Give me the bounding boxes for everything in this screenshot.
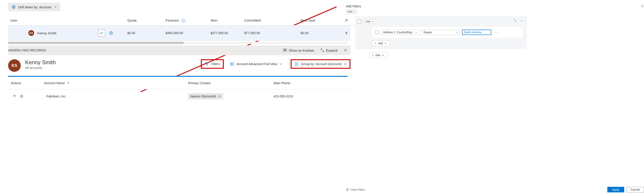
h-scrollbar[interactable] [8,42,348,44]
th-contact[interactable]: Primary Contact [188,81,274,85]
cell-account: Fabrikam, Inc. [44,95,188,98]
operator-select[interactable]: Equals [422,30,460,35]
group-operator-label: And [366,20,370,23]
th-account-label: Account Name [44,81,65,85]
plus-icon: ＋ [371,53,374,57]
cell-won: $377,500.00 [210,31,244,35]
clear-filters-button[interactable]: Clear Filters [346,188,365,191]
svg-point-15 [295,63,296,63]
svg-point-17 [295,65,296,66]
cell-phone: 423-555-0103 [274,95,341,98]
groupby-button[interactable]: Group by: Account (Account) [290,59,350,69]
condition-more-icon[interactable]: ⋯ [495,30,498,34]
chevron-down-icon [372,21,374,23]
col-best[interactable]: Best case [300,18,346,22]
drilldown-prefix: Drill down by: [18,5,38,9]
expand-label: Expand [326,48,338,52]
add-record-icon[interactable] [20,95,24,98]
filter-condition-row: Address 2: Country/Reg… Equals ⋯ [372,27,522,38]
apply-button[interactable]: Apply [607,187,624,193]
th-account[interactable]: Account Name [44,81,188,85]
svg-rect-8 [230,63,234,65]
contact-chip[interactable]: Haroun Stormonth [188,93,223,99]
drilldown-button[interactable]: Drill down by: Account [8,3,60,11]
target-small-icon[interactable] [108,29,115,37]
user-name: Kenny Smith [37,31,56,35]
th-actions[interactable]: Actions [8,81,44,85]
add-condition-button[interactable]: ＋ Add [372,40,390,46]
add-group-button[interactable]: ＋ Add [369,52,387,58]
remove-contact-icon[interactable] [218,95,221,98]
chevron-down-icon [382,54,384,56]
view-selector[interactable]: Account Advanced Find View [229,60,286,68]
svg-rect-7 [286,49,286,51]
h-scroll-thumb[interactable] [8,42,184,44]
show-kanban-button[interactable]: Show as Kanban [283,48,314,52]
tree-connector [348,25,355,25]
filters-label: Filters [211,62,220,66]
root-operator-label: And [348,10,352,13]
detail-subtitle: All accounts [25,66,56,70]
root-operator-pill[interactable]: And [346,9,357,14]
open-record-icon[interactable] [12,95,16,98]
svg-point-16 [295,64,296,64]
panel-footer: Clear Filters Apply Cancel [346,187,644,193]
underlying-title: UNDERLYING RECORDS [8,48,46,52]
chevron-down-icon [456,31,458,33]
share-button[interactable] [98,29,105,37]
sort-asc-icon [67,81,70,85]
panel-close-icon[interactable] [641,4,644,8]
expand-group-icon[interactable] [514,19,517,22]
col-won[interactable]: Won [210,18,244,22]
table-header: Actions Account Name Primary Contact Mai… [8,77,350,89]
groupby-label: Group by: [301,62,315,66]
forecast-row[interactable]: KS Kenny Smith $0.00 $455,000.00 $377,50… [8,25,350,41]
chevron-down-icon [344,63,346,65]
cancel-button[interactable]: Cancel [626,187,644,193]
info-icon[interactable]: i [182,19,185,22]
chevron-down-icon [279,63,284,65]
cell-best: $0.00 [300,31,346,35]
col-forecast[interactable]: Forecast i [166,18,210,22]
plus-icon: ＋ [374,41,377,45]
chevron-down-icon [54,5,57,8]
table-row[interactable]: Fabrikam, Inc. Haroun Stormonth 423-555-… [8,89,350,103]
svg-rect-5 [284,49,284,52]
cell-forecast: $455,000.00 [166,31,210,35]
group-operator-pill[interactable]: And [364,19,376,24]
group-checkbox[interactable] [358,20,361,23]
field-select[interactable]: Address 2: Country/Reg… [381,30,419,35]
groupby-value: Account (Account) [316,62,342,66]
col-user[interactable]: User [8,18,127,22]
svg-rect-6 [284,49,286,51]
value-input[interactable] [462,30,491,35]
group-more-icon[interactable]: ⋯ [520,19,524,22]
clear-filters-label: Clear Filters [350,188,365,191]
chevron-down-icon [385,42,387,44]
panel-title: Add Filters [346,4,644,8]
cell-quota: $0.00 [127,31,166,35]
cell-committed: $77,500.00 [244,31,300,35]
svg-point-4 [110,32,112,34]
kanban-label: Show as Kanban [289,48,314,52]
detail-name: Kenny Smith [25,59,56,66]
operator-label: Equals [424,31,432,34]
add-label: Add [376,54,380,57]
filters-button[interactable]: Filters [201,59,224,69]
add-label: Add [378,42,383,45]
add-filters-panel: Add Filters And And ⋯ [346,4,644,58]
col-forecast-label: Forecast [166,18,178,22]
underlying-bar: UNDERLYING RECORDS Show as Kanban Expand [8,45,350,55]
condition-checkbox[interactable] [375,30,379,34]
filter-group: And ⋯ Address 2: Country/Reg… [355,16,527,49]
th-phone[interactable]: Main Phone [274,81,341,85]
svg-point-3 [110,31,113,34]
chevron-down-icon [415,31,417,33]
target-icon [12,5,16,9]
expand-button[interactable]: Expand [320,48,338,52]
col-quota[interactable]: Quota [127,18,166,22]
user-avatar-small: KS [28,30,34,36]
col-committed[interactable]: Committed [244,18,300,22]
forecast-header-row: User Quota Forecast i Won Committed Best… [8,17,350,25]
field-label: Address 2: Country/Reg… [383,31,414,34]
